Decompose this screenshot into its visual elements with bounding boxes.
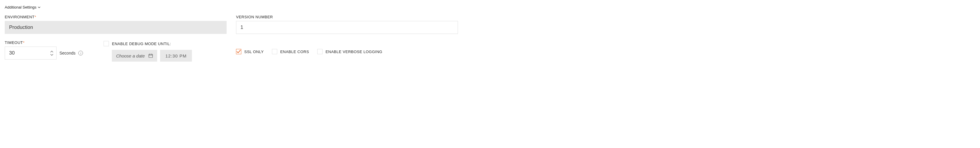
timeout-value[interactable] (9, 50, 48, 56)
debug-controls: Choose a date 12:30 PM (112, 50, 192, 62)
stepper-down-button[interactable] (50, 53, 54, 56)
timeout-debug-row: TIMEOUT* Seconds i (5, 40, 227, 62)
stepper-up-button[interactable] (50, 50, 54, 53)
environment-input: Production (5, 21, 227, 34)
svg-rect-0 (149, 54, 153, 58)
required-asterisk: * (23, 40, 25, 45)
debug-mode-checkbox[interactable] (103, 41, 109, 46)
debug-mode-field: ENABLE DEBUG MODE UNTIL: Choose a date (103, 40, 192, 62)
environment-field: ENVIRONMENT* Production (5, 15, 227, 34)
version-number-label: VERSION NUMBER (236, 15, 458, 19)
time-value: 12:30 PM (165, 53, 186, 58)
version-number-input[interactable] (236, 21, 458, 34)
timeout-label: TIMEOUT* (5, 40, 83, 45)
chevron-down-icon (38, 6, 41, 9)
enable-cors-label: ENABLE CORS (280, 50, 309, 54)
environment-value: Production (9, 24, 33, 31)
choose-date-button[interactable]: Choose a date (112, 50, 157, 62)
additional-settings-toggle[interactable]: Additional Settings (5, 5, 41, 10)
debug-checkbox-row: ENABLE DEBUG MODE UNTIL: (103, 40, 192, 46)
environment-label: ENVIRONMENT* (5, 15, 227, 19)
calendar-icon (148, 53, 153, 58)
environment-label-text: ENVIRONMENT (5, 15, 35, 19)
version-number-field: VERSION NUMBER (236, 15, 458, 34)
enable-verbose-logging-checkbox[interactable] (317, 49, 323, 54)
enable-verbose-logging-label: ENABLE VERBOSE LOGGING (326, 50, 382, 54)
ssl-only-checkbox[interactable] (236, 49, 241, 54)
info-icon[interactable]: i (78, 51, 83, 55)
ssl-only-label: SSL ONLY (244, 50, 264, 54)
timeout-label-text: TIMEOUT (5, 40, 23, 45)
timeout-stepper[interactable] (5, 47, 57, 60)
options-checkbox-group: SSL ONLY ENABLE CORS ENABLE VERBOSE LOGG… (236, 40, 458, 62)
time-picker[interactable]: 12:30 PM (160, 50, 192, 62)
required-asterisk: * (35, 15, 37, 19)
enable-cors-row: ENABLE CORS (272, 48, 309, 54)
timeout-field: TIMEOUT* Seconds i (5, 40, 83, 60)
timeout-input-row: Seconds i (5, 47, 83, 60)
enable-verbose-logging-row: ENABLE VERBOSE LOGGING (317, 48, 382, 54)
stepper-controls (50, 50, 54, 56)
debug-mode-label: ENABLE DEBUG MODE UNTIL: (112, 42, 171, 46)
ssl-only-row: SSL ONLY (236, 48, 264, 54)
date-placeholder: Choose a date (116, 53, 145, 58)
section-title: Additional Settings (5, 5, 37, 10)
timeout-unit: Seconds (59, 51, 75, 55)
enable-cors-checkbox[interactable] (272, 49, 277, 54)
